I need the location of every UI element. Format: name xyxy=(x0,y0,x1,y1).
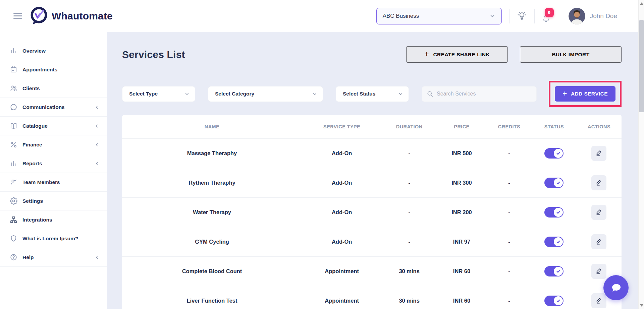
service-name-cell: Complete Blood Count xyxy=(122,268,302,274)
sidebar-item-what-is-lorem-ipsum[interactable]: What is Lorem Ipsum? xyxy=(0,229,107,248)
edit-service-button[interactable] xyxy=(591,234,606,249)
page-title: Services List xyxy=(122,49,185,60)
edit-service-button[interactable] xyxy=(591,175,606,190)
price-cell: INR 60 xyxy=(437,298,487,304)
chevron-left-icon xyxy=(95,142,99,147)
table-row: Rythem TheraphyAdd-On-INR 300- xyxy=(122,168,622,197)
sidebar-item-communications[interactable]: Communications xyxy=(0,98,107,117)
edit-service-button[interactable] xyxy=(591,293,606,308)
column-header-name: NAME xyxy=(122,124,302,129)
add-service-label: ADD SERVICE xyxy=(571,91,608,97)
service-type-cell: Add-On xyxy=(302,209,382,215)
header-divider xyxy=(509,9,509,23)
brand-logo: Whautomate xyxy=(30,6,113,26)
sidebar-item-label: What is Lorem Ipsum? xyxy=(22,236,99,242)
status-toggle[interactable] xyxy=(544,148,564,159)
top-header: Whautomate ABC Business 9 xyxy=(0,0,644,32)
calendar-icon xyxy=(9,66,17,74)
sidebar-item-integrations[interactable]: Integrations xyxy=(0,210,107,229)
table-row: Massage TheraphyAdd-On-INR 500- xyxy=(122,138,622,168)
duration-cell: - xyxy=(382,150,437,157)
sidebar-item-overview[interactable]: Overview xyxy=(0,42,107,60)
price-cell: INR 300 xyxy=(437,180,487,186)
user-check-icon xyxy=(9,178,17,186)
search-services-box xyxy=(422,86,537,102)
edit-service-button[interactable] xyxy=(591,264,606,279)
column-header-duration: DURATION xyxy=(382,124,437,129)
table-row: GYM CyclingAdd-On-INR 97- xyxy=(122,227,622,256)
edit-service-button[interactable] xyxy=(591,146,606,161)
scroll-down-arrow[interactable] xyxy=(639,303,644,308)
business-select[interactable]: ABC Business xyxy=(376,8,502,24)
sidebar-item-help[interactable]: Help xyxy=(0,248,107,267)
table-row: Complete Blood CountAppointment30 minsIN… xyxy=(122,256,622,286)
pencil-icon xyxy=(595,149,602,158)
header-divider xyxy=(561,9,561,23)
duration-cell: 30 mins xyxy=(382,268,437,274)
help-icon xyxy=(9,253,17,261)
duration-cell: - xyxy=(382,180,437,186)
toggle-check-icon xyxy=(554,208,563,217)
chat-icon xyxy=(9,103,17,111)
sidebar-item-label: Communications xyxy=(22,104,95,110)
column-header-price: PRICE xyxy=(437,124,487,129)
search-icon xyxy=(427,90,433,97)
chevron-left-icon xyxy=(95,124,99,128)
service-name-cell: Rythem Theraphy xyxy=(122,180,302,186)
service-type-cell: Add-On xyxy=(302,239,382,245)
table-row: Liver Function TestAppointment30 minsINR… xyxy=(122,286,622,309)
scrollbar-thumb[interactable] xyxy=(639,20,644,112)
avatar xyxy=(569,8,585,24)
service-name-cell: Massage Theraphy xyxy=(122,150,302,157)
chevron-down-icon xyxy=(398,91,403,97)
select-category-dropdown[interactable]: Select Category xyxy=(208,86,323,102)
chevron-left-icon xyxy=(95,105,99,110)
sidebar-item-team-members[interactable]: Team Members xyxy=(0,173,107,192)
bar-chart-icon xyxy=(9,160,17,168)
column-header-actions: ACTIONS xyxy=(577,124,622,129)
book-icon xyxy=(9,122,17,130)
scroll-up-arrow[interactable] xyxy=(639,1,644,6)
status-toggle[interactable] xyxy=(544,178,564,188)
duration-cell: 30 mins xyxy=(382,298,437,304)
user-name: John Doe xyxy=(590,12,617,20)
status-toggle[interactable] xyxy=(544,237,564,247)
toggle-check-icon xyxy=(554,237,563,246)
notifications-button[interactable]: 9 xyxy=(542,9,553,23)
add-service-button[interactable]: + ADD SERVICE xyxy=(555,86,615,102)
sidebar-item-catalogue[interactable]: Catalogue xyxy=(0,117,107,135)
status-toggle[interactable] xyxy=(544,296,564,306)
service-name-cell: Water Therapy xyxy=(122,209,302,215)
sidebar-item-reports[interactable]: Reports xyxy=(0,154,107,173)
credits-cell: - xyxy=(487,180,532,186)
column-header-service-type: SERVICE TYPE xyxy=(302,124,382,129)
percent-icon xyxy=(9,141,17,149)
service-type-cell: Add-On xyxy=(302,180,382,186)
chat-widget-button[interactable] xyxy=(603,275,629,300)
search-services-input[interactable] xyxy=(437,91,524,97)
select-status-dropdown[interactable]: Select Status xyxy=(336,86,409,102)
sidebar-item-label: Settings xyxy=(22,198,99,204)
brand-name: Whautomate xyxy=(52,10,113,22)
vertical-scrollbar[interactable] xyxy=(638,0,644,309)
pencil-icon xyxy=(595,238,602,246)
status-toggle[interactable] xyxy=(544,266,564,276)
bulk-import-button[interactable]: BULK IMPORT xyxy=(520,46,622,63)
hamburger-menu-icon[interactable] xyxy=(13,13,22,19)
edit-service-button[interactable] xyxy=(591,205,606,220)
tips-button[interactable] xyxy=(517,11,527,21)
status-toggle[interactable] xyxy=(544,207,564,218)
select-status-label: Select Status xyxy=(343,91,398,97)
service-type-cell: Appointment xyxy=(302,298,382,304)
sidebar-item-appointments[interactable]: Appointments xyxy=(0,60,107,79)
toggle-check-icon xyxy=(554,296,563,305)
sidebar-item-finance[interactable]: Finance xyxy=(0,135,107,154)
create-share-link-button[interactable]: + CREATE SHARE LINK xyxy=(406,46,508,63)
select-category-label: Select Category xyxy=(215,91,312,97)
sidebar-item-clients[interactable]: Clients xyxy=(0,79,107,98)
sidebar-item-settings[interactable]: Settings xyxy=(0,192,107,210)
credits-cell: - xyxy=(487,268,532,274)
service-name-cell: Liver Function Test xyxy=(122,298,302,304)
user-menu[interactable]: John Doe xyxy=(569,8,617,24)
select-type-dropdown[interactable]: Select Type xyxy=(122,86,195,102)
